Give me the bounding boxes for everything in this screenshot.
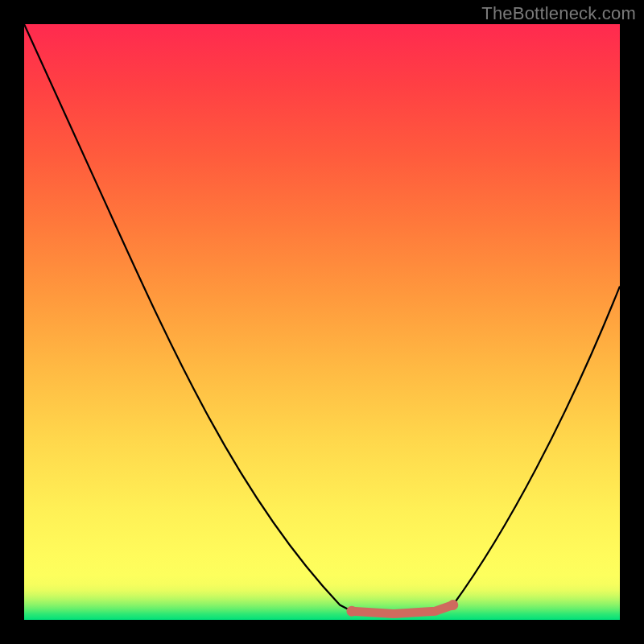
chart-plot-area bbox=[24, 24, 620, 620]
optimal-range-start-dot bbox=[347, 606, 357, 617]
chart-svg bbox=[24, 24, 620, 620]
chart-background bbox=[24, 24, 620, 620]
watermark-text: TheBottleneck.com bbox=[481, 3, 636, 24]
optimal-range-end-dot bbox=[448, 600, 458, 610]
